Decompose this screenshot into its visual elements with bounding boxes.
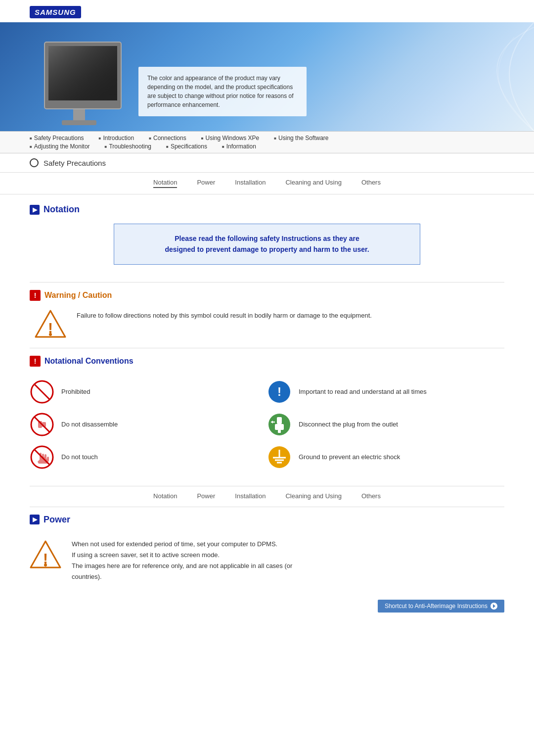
power-section: ▶ Power ! When not used for extended per… bbox=[30, 507, 504, 595]
power-heading-text: Power bbox=[44, 515, 70, 525]
notation-info-text: Please read the following safety Instruc… bbox=[129, 233, 405, 255]
notation-arrow-icon: ▶ bbox=[30, 205, 40, 215]
notation-info-box: Please read the following safety Instruc… bbox=[114, 224, 420, 265]
svg-rect-4 bbox=[48, 46, 117, 100]
power-warning-icon: ! bbox=[30, 539, 62, 571]
svg-rect-12 bbox=[38, 421, 42, 428]
disconnect-icon bbox=[267, 412, 292, 437]
sub-nav-power[interactable]: Power bbox=[197, 179, 215, 188]
bottom-nav-notation[interactable]: Notation bbox=[153, 492, 177, 501]
conventions-right-col: ! Important to read and understand at al… bbox=[267, 376, 504, 473]
nav-safety-precautions[interactable]: Safety Precautions bbox=[30, 135, 84, 142]
nav-row-2: Adjusting the Monitor Troubleshooting Sp… bbox=[30, 143, 504, 150]
nav-adjusting-monitor[interactable]: Adjusting the Monitor bbox=[30, 143, 90, 150]
shortcut-circle-icon bbox=[490, 603, 497, 610]
monitor-svg bbox=[30, 32, 129, 131]
svg-rect-0 bbox=[73, 109, 85, 121]
power-text-line3: The images here are for reference only, … bbox=[72, 561, 292, 571]
info-text-line1: Please read the following safety Instruc… bbox=[175, 235, 359, 242]
conventions-exclaim-icon: ! bbox=[30, 356, 41, 367]
svg-rect-19 bbox=[277, 417, 282, 424]
hero-banner: The color and appearance of the product … bbox=[0, 22, 534, 131]
power-arrow-icon: ▶ bbox=[30, 515, 40, 524]
bottom-nav-installation[interactable]: Installation bbox=[235, 492, 266, 501]
power-text-block: When not used for extended period of tim… bbox=[72, 539, 292, 582]
nav-row-1: Safety Precautions Introduction Connecti… bbox=[30, 135, 504, 142]
notation-heading: ▶ Notation bbox=[30, 204, 504, 215]
warning-text: Failure to follow directions noted by th… bbox=[77, 308, 372, 321]
conventions-heading: ! Notational Conventions bbox=[30, 356, 504, 367]
warning-triangle-icon: ! bbox=[35, 308, 67, 340]
shortcut-label: Shortcut to Anti-Afterimage Instructions bbox=[385, 603, 488, 610]
nav-using-software[interactable]: Using the Software bbox=[274, 135, 328, 142]
svg-rect-13 bbox=[42, 422, 46, 427]
svg-line-9 bbox=[35, 384, 49, 399]
nav-using-windows[interactable]: Using Windows XPe bbox=[201, 135, 260, 142]
svg-text:!: ! bbox=[277, 385, 281, 398]
prohibited-label: Prohibited bbox=[61, 388, 90, 395]
warning-heading-text: Warning / Caution bbox=[44, 291, 112, 300]
section-header-title: Safety Precautions bbox=[44, 159, 106, 167]
svg-point-31 bbox=[44, 564, 47, 567]
ground-icon bbox=[267, 445, 292, 470]
convention-disconnect: Disconnect the plug from the outlet bbox=[267, 408, 504, 441]
power-heading: ▶ Power bbox=[30, 515, 504, 525]
bottom-nav-cleaning[interactable]: Cleaning and Using bbox=[285, 492, 341, 501]
hero-description: The color and appearance of the product … bbox=[147, 75, 294, 108]
bottom-sub-nav: Notation Power Installation Cleaning and… bbox=[30, 486, 504, 507]
no-touch-label: Do not touch bbox=[61, 453, 98, 461]
sub-nav-others[interactable]: Others bbox=[361, 179, 381, 188]
prohibited-icon bbox=[30, 379, 54, 404]
power-text-line2: If using a screen saver, set it to activ… bbox=[72, 550, 292, 561]
header: SAMSUNG bbox=[0, 0, 534, 22]
shortcut-arrow-icon bbox=[493, 604, 495, 608]
conventions-left-col: Prohibited Do not disassemble bbox=[30, 376, 267, 473]
samsung-logo: SAMSUNG bbox=[30, 6, 81, 18]
important-label: Important to read and understand at all … bbox=[299, 388, 427, 395]
nav-troubleshooting[interactable]: Troubleshooting bbox=[105, 143, 151, 150]
hero-curves bbox=[386, 22, 534, 131]
notation-section: ▶ Notation Please read the following saf… bbox=[30, 194, 504, 282]
content-area: ▶ Notation Please read the following saf… bbox=[0, 194, 534, 622]
sub-nav-notation[interactable]: Notation bbox=[153, 179, 177, 188]
info-text-line2: designed to prevent damage to property a… bbox=[165, 245, 369, 253]
nav-introduction[interactable]: Introduction bbox=[99, 135, 134, 142]
conventions-heading-text: Notational Conventions bbox=[44, 357, 134, 366]
sub-nav-cleaning[interactable]: Cleaning and Using bbox=[285, 179, 341, 188]
sub-nav-installation[interactable]: Installation bbox=[235, 179, 266, 188]
warning-content: ! Failure to follow directions noted by … bbox=[30, 308, 504, 340]
svg-rect-21 bbox=[278, 430, 281, 433]
svg-rect-1 bbox=[62, 120, 96, 125]
notation-heading-text: Notation bbox=[44, 204, 80, 215]
no-disassemble-icon bbox=[30, 412, 54, 437]
nav-connections[interactable]: Connections bbox=[149, 135, 186, 142]
warning-heading: ! Warning / Caution bbox=[30, 290, 504, 301]
logo-text: SAMSUNG bbox=[35, 8, 76, 16]
disconnect-label: Disconnect the plug from the outlet bbox=[299, 421, 398, 428]
important-icon: ! bbox=[267, 379, 292, 404]
conventions-grid: Prohibited Do not disassemble bbox=[30, 376, 504, 473]
nav-bar: Safety Precautions Introduction Connecti… bbox=[0, 131, 534, 153]
power-text-line1: When not used for extended period of tim… bbox=[72, 539, 292, 550]
warning-section: ! Warning / Caution ! Failure to follow … bbox=[30, 282, 504, 348]
convention-no-disassemble: Do not disassemble bbox=[30, 408, 267, 441]
nav-information[interactable]: Information bbox=[222, 143, 256, 150]
nav-specifications[interactable]: Specifications bbox=[166, 143, 207, 150]
no-disassemble-label: Do not disassemble bbox=[61, 421, 118, 428]
sub-nav: Notation Power Installation Cleaning and… bbox=[0, 173, 534, 194]
convention-ground: Ground to prevent an electric shock bbox=[267, 441, 504, 473]
ground-label: Ground to prevent an electric shock bbox=[299, 453, 400, 461]
svg-rect-20 bbox=[275, 424, 284, 430]
svg-point-7 bbox=[49, 333, 52, 336]
shortcut-btn-container: Shortcut to Anti-Afterimage Instructions bbox=[30, 595, 504, 622]
bottom-nav-others[interactable]: Others bbox=[361, 492, 381, 501]
section-header: Safety Precautions bbox=[0, 153, 534, 173]
warning-exclaim-icon: ! bbox=[30, 290, 41, 301]
monitor-illustration bbox=[30, 32, 129, 131]
no-touch-icon bbox=[30, 445, 54, 470]
circle-icon bbox=[30, 158, 39, 167]
bottom-nav-power[interactable]: Power bbox=[197, 492, 215, 501]
convention-prohibited: Prohibited bbox=[30, 376, 267, 408]
convention-no-touch: Do not touch bbox=[30, 441, 267, 473]
shortcut-button[interactable]: Shortcut to Anti-Afterimage Instructions bbox=[378, 600, 504, 613]
